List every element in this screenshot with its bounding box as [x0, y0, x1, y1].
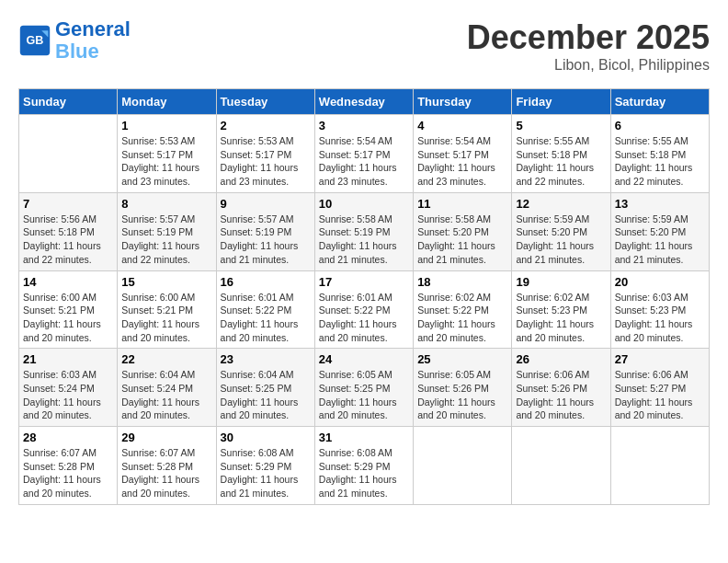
- calendar-week-row: 1Sunrise: 5:53 AMSunset: 5:17 PMDaylight…: [19, 115, 710, 193]
- calendar-cell: 2Sunrise: 5:53 AMSunset: 5:17 PMDaylight…: [216, 115, 314, 193]
- day-number: 12: [516, 197, 606, 211]
- day-number: 28: [23, 431, 113, 444]
- day-number: 20: [615, 275, 705, 289]
- day-info: Sunrise: 6:02 AMSunset: 5:23 PMDaylight:…: [516, 291, 606, 345]
- logo-text: General Blue: [55, 18, 131, 63]
- calendar-cell: 17Sunrise: 6:01 AMSunset: 5:22 PMDayligh…: [314, 270, 413, 349]
- calendar-cell: 10Sunrise: 5:58 AMSunset: 5:19 PMDayligh…: [314, 192, 413, 270]
- day-number: 6: [615, 119, 705, 132]
- day-number: 15: [121, 275, 211, 289]
- calendar-week-row: 7Sunrise: 5:56 AMSunset: 5:18 PMDaylight…: [19, 192, 710, 270]
- day-info: Sunrise: 6:07 AMSunset: 5:28 PMDaylight:…: [23, 446, 113, 500]
- calendar-cell: 27Sunrise: 6:06 AMSunset: 5:27 PMDayligh…: [610, 349, 709, 427]
- day-number: 26: [516, 352, 606, 366]
- weekday-header: Saturday: [610, 89, 709, 115]
- weekday-header: Friday: [512, 89, 610, 115]
- calendar-cell: [19, 115, 118, 193]
- day-number: 24: [319, 352, 409, 366]
- calendar-cell: 26Sunrise: 6:06 AMSunset: 5:26 PMDayligh…: [512, 349, 610, 427]
- day-info: Sunrise: 6:03 AMSunset: 5:24 PMDaylight:…: [23, 368, 113, 422]
- title-block: December 2025 Libon, Bicol, Philippines: [467, 18, 710, 74]
- weekday-header-row: SundayMondayTuesdayWednesdayThursdayFrid…: [19, 89, 710, 115]
- day-number: 31: [319, 431, 409, 444]
- calendar-cell: 12Sunrise: 5:59 AMSunset: 5:20 PMDayligh…: [512, 192, 610, 270]
- day-info: Sunrise: 5:55 AMSunset: 5:18 PMDaylight:…: [615, 134, 705, 189]
- day-number: 7: [23, 197, 113, 211]
- calendar-cell: 21Sunrise: 6:03 AMSunset: 5:24 PMDayligh…: [19, 349, 118, 427]
- day-info: Sunrise: 5:53 AMSunset: 5:17 PMDaylight:…: [121, 134, 211, 189]
- day-info: Sunrise: 6:00 AMSunset: 5:21 PMDaylight:…: [23, 291, 113, 345]
- day-info: Sunrise: 5:53 AMSunset: 5:17 PMDaylight:…: [221, 134, 311, 189]
- weekday-header: Sunday: [19, 89, 118, 115]
- calendar-cell: 29Sunrise: 6:07 AMSunset: 5:28 PMDayligh…: [118, 427, 216, 505]
- day-info: Sunrise: 6:04 AMSunset: 5:25 PMDaylight:…: [221, 368, 311, 422]
- day-info: Sunrise: 6:08 AMSunset: 5:29 PMDaylight:…: [221, 446, 311, 500]
- calendar-cell: 20Sunrise: 6:03 AMSunset: 5:23 PMDayligh…: [610, 270, 709, 349]
- day-info: Sunrise: 5:59 AMSunset: 5:20 PMDaylight:…: [615, 213, 705, 267]
- day-info: Sunrise: 5:59 AMSunset: 5:20 PMDaylight:…: [516, 213, 606, 267]
- page-header: GB General Blue December 2025 Libon, Bic…: [18, 18, 710, 74]
- day-number: 9: [221, 197, 311, 211]
- day-info: Sunrise: 5:54 AMSunset: 5:17 PMDaylight:…: [417, 134, 507, 189]
- calendar-week-row: 28Sunrise: 6:07 AMSunset: 5:28 PMDayligh…: [19, 427, 710, 505]
- weekday-header: Monday: [118, 89, 216, 115]
- day-info: Sunrise: 6:03 AMSunset: 5:23 PMDaylight:…: [615, 291, 705, 345]
- day-number: 27: [615, 352, 705, 366]
- calendar-cell: 15Sunrise: 6:00 AMSunset: 5:21 PMDayligh…: [118, 270, 216, 349]
- location-title: Libon, Bicol, Philippines: [467, 57, 710, 74]
- day-info: Sunrise: 6:05 AMSunset: 5:25 PMDaylight:…: [319, 368, 409, 422]
- calendar-cell: 7Sunrise: 5:56 AMSunset: 5:18 PMDaylight…: [19, 192, 118, 270]
- day-info: Sunrise: 5:57 AMSunset: 5:19 PMDaylight:…: [121, 213, 211, 267]
- day-number: 1: [121, 119, 211, 132]
- day-info: Sunrise: 5:55 AMSunset: 5:18 PMDaylight:…: [516, 134, 606, 189]
- day-info: Sunrise: 5:54 AMSunset: 5:17 PMDaylight:…: [319, 134, 409, 189]
- day-info: Sunrise: 5:56 AMSunset: 5:18 PMDaylight:…: [23, 213, 113, 267]
- day-number: 4: [417, 119, 507, 132]
- weekday-header: Tuesday: [216, 89, 314, 115]
- calendar-cell: 25Sunrise: 6:05 AMSunset: 5:26 PMDayligh…: [414, 349, 512, 427]
- day-number: 22: [121, 352, 211, 366]
- calendar-week-row: 21Sunrise: 6:03 AMSunset: 5:24 PMDayligh…: [19, 349, 710, 427]
- day-number: 5: [516, 119, 606, 132]
- calendar-cell: 1Sunrise: 5:53 AMSunset: 5:17 PMDaylight…: [118, 115, 216, 193]
- day-info: Sunrise: 6:06 AMSunset: 5:26 PMDaylight:…: [516, 368, 606, 422]
- day-info: Sunrise: 5:57 AMSunset: 5:19 PMDaylight:…: [221, 213, 311, 267]
- weekday-header: Wednesday: [314, 89, 413, 115]
- day-number: 10: [319, 197, 409, 211]
- calendar-cell: 22Sunrise: 6:04 AMSunset: 5:24 PMDayligh…: [118, 349, 216, 427]
- day-number: 25: [417, 352, 507, 366]
- day-number: 19: [516, 275, 606, 289]
- calendar-cell: 24Sunrise: 6:05 AMSunset: 5:25 PMDayligh…: [314, 349, 413, 427]
- day-number: 16: [221, 275, 311, 289]
- day-number: 3: [319, 119, 409, 132]
- day-info: Sunrise: 6:00 AMSunset: 5:21 PMDaylight:…: [121, 291, 211, 345]
- calendar-table: SundayMondayTuesdayWednesdayThursdayFrid…: [18, 88, 710, 505]
- day-info: Sunrise: 6:08 AMSunset: 5:29 PMDaylight:…: [319, 446, 409, 500]
- day-number: 29: [121, 431, 211, 444]
- calendar-cell: 30Sunrise: 6:08 AMSunset: 5:29 PMDayligh…: [216, 427, 314, 505]
- calendar-cell: 6Sunrise: 5:55 AMSunset: 5:18 PMDaylight…: [610, 115, 709, 193]
- calendar-cell: 4Sunrise: 5:54 AMSunset: 5:17 PMDaylight…: [414, 115, 512, 193]
- day-number: 8: [121, 197, 211, 211]
- day-number: 2: [221, 119, 311, 132]
- calendar-cell: [414, 427, 512, 505]
- day-info: Sunrise: 6:06 AMSunset: 5:27 PMDaylight:…: [615, 368, 705, 422]
- day-number: 21: [23, 352, 113, 366]
- calendar-cell: 5Sunrise: 5:55 AMSunset: 5:18 PMDaylight…: [512, 115, 610, 193]
- calendar-week-row: 14Sunrise: 6:00 AMSunset: 5:21 PMDayligh…: [19, 270, 710, 349]
- logo-icon: GB: [18, 24, 51, 57]
- day-number: 23: [221, 352, 311, 366]
- day-info: Sunrise: 5:58 AMSunset: 5:19 PMDaylight:…: [319, 213, 409, 267]
- day-info: Sunrise: 6:02 AMSunset: 5:22 PMDaylight:…: [417, 291, 507, 345]
- day-info: Sunrise: 6:05 AMSunset: 5:26 PMDaylight:…: [417, 368, 507, 422]
- calendar-cell: 28Sunrise: 6:07 AMSunset: 5:28 PMDayligh…: [19, 427, 118, 505]
- day-number: 18: [417, 275, 507, 289]
- day-info: Sunrise: 5:58 AMSunset: 5:20 PMDaylight:…: [417, 213, 507, 267]
- calendar-cell: [610, 427, 709, 505]
- logo-line2: Blue: [55, 40, 99, 63]
- day-info: Sunrise: 6:04 AMSunset: 5:24 PMDaylight:…: [121, 368, 211, 422]
- month-title: December 2025: [467, 18, 710, 57]
- day-number: 11: [417, 197, 507, 211]
- day-info: Sunrise: 6:07 AMSunset: 5:28 PMDaylight:…: [121, 446, 211, 500]
- calendar-cell: 13Sunrise: 5:59 AMSunset: 5:20 PMDayligh…: [610, 192, 709, 270]
